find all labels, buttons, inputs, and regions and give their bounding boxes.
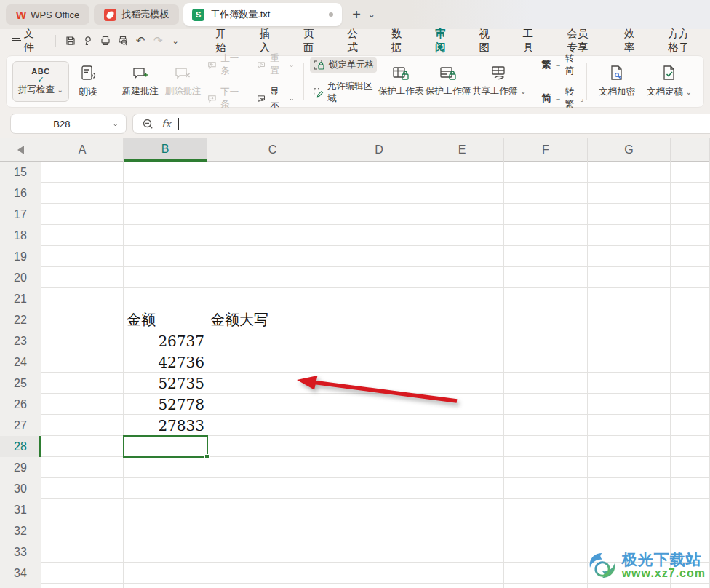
undo-button[interactable]: ↶: [133, 33, 148, 49]
menu-item-view[interactable]: 视图: [468, 23, 502, 58]
show-comment-button[interactable]: 显示⌄: [254, 84, 298, 112]
delete-comment-button[interactable]: 删除批注: [161, 60, 204, 103]
ribbon-group-comments: 新建批注 删除批注 上一条 下一条 重置⌄ 显示⌄: [113, 59, 303, 104]
show-label: 显示: [270, 86, 284, 111]
export-button[interactable]: [81, 33, 95, 49]
tab-label: WPS Office: [31, 9, 79, 20]
next-comment-label: 下一条: [220, 86, 244, 111]
spreadsheet-grid[interactable]: 极光下载站 www.xz7.com ABCDEFG151617181920212…: [0, 138, 710, 588]
ribbon-group-proofing: ABC ✓ 拼写检查 ⌄ 朗读: [7, 59, 113, 104]
previous-comment-button[interactable]: 上一条: [204, 51, 247, 79]
print-icon: [100, 35, 111, 47]
name-box-chevron-icon[interactable]: ⌄: [113, 121, 119, 127]
ribbon-toolbar: ABC ✓ 拼写检查 ⌄ 朗读 新建批注 删除批注 上一条 下一条: [6, 55, 704, 108]
export-icon: [82, 35, 94, 47]
formula-bar[interactable]: fx: [132, 114, 710, 134]
reset-comment-button[interactable]: 重置⌄: [254, 51, 298, 79]
protect-sheet-button[interactable]: 保护工作表: [378, 60, 424, 103]
print-preview-icon: [117, 35, 129, 47]
wps-logo-icon: W: [16, 9, 25, 21]
next-comment-icon: [207, 94, 218, 103]
share-workbook-button[interactable]: 共享工作簿 ⌄: [472, 60, 527, 103]
ribbon-group-convert: 繁→ 转简 简→ 转繁 ⌟: [532, 59, 586, 104]
document-finalize-button[interactable]: 文档定稿 ⌄: [641, 60, 698, 103]
traditional-char-icon: 繁: [541, 58, 551, 71]
document-finalize-label: 文档定稿: [647, 87, 683, 97]
spreadsheet-icon: S: [192, 9, 204, 21]
new-comment-icon: [132, 65, 149, 82]
name-box-value: B28: [11, 119, 113, 130]
document-finalize-icon: [661, 65, 677, 82]
group-expand-icon[interactable]: ⌟: [580, 95, 583, 103]
previous-comment-label: 上一条: [220, 52, 244, 77]
lock-cell-icon: [313, 60, 325, 71]
new-comment-button[interactable]: 新建批注: [119, 60, 161, 103]
spell-check-label: 拼写检查: [18, 84, 55, 95]
redo-icon: ↷: [153, 34, 163, 47]
ribbon-group-protect: 锁定单元格 允许编辑区域 保护工作表 保护工作簿 共享工作簿 ⌄: [304, 59, 532, 104]
redo-button[interactable]: ↷: [151, 33, 165, 49]
traditional-to-simplified-button[interactable]: 繁→ 转简: [538, 51, 581, 79]
tab-list-chevron-icon[interactable]: ⌄: [365, 9, 378, 20]
document-encrypt-icon: [609, 65, 625, 82]
menu-item-data[interactable]: 数据: [381, 23, 415, 58]
share-workbook-label: 共享工作簿: [472, 86, 518, 96]
red-annotation-arrow: [0, 138, 710, 588]
formula-text-cursor: [178, 118, 179, 130]
fx-icon[interactable]: fx: [161, 118, 171, 130]
protect-sheet-icon: [391, 65, 410, 82]
simplified-char-icon: 简: [541, 92, 551, 105]
delete-comment-icon: [174, 65, 191, 82]
delete-comment-label: 删除批注: [164, 85, 201, 98]
undo-icon: ↶: [136, 34, 145, 47]
tab-modified-dot-icon: [329, 12, 333, 17]
read-aloud-label: 朗读: [79, 86, 97, 98]
menu-item-page[interactable]: 页面: [293, 23, 327, 58]
file-menu-button[interactable]: 文件: [0, 27, 49, 55]
more-chevron-icon: ⌄: [172, 36, 179, 46]
tab-wps-home[interactable]: W WPS Office: [6, 4, 89, 25]
protect-workbook-label: 保护工作簿: [426, 85, 471, 98]
lock-cell-button[interactable]: 锁定单元格: [310, 57, 378, 73]
save-icon: [65, 35, 76, 47]
print-preview-button[interactable]: [116, 33, 130, 49]
read-aloud-button[interactable]: 朗读: [69, 60, 107, 103]
zoom-out-icon[interactable]: [142, 118, 154, 130]
hamburger-icon: [12, 38, 20, 44]
share-workbook-icon: [490, 65, 508, 82]
reset-label: 重置: [270, 52, 284, 77]
spell-check-button[interactable]: ABC ✓ 拼写检查 ⌄: [12, 61, 69, 102]
to-traditional-label: 转繁: [565, 86, 578, 111]
simplified-to-traditional-button[interactable]: 简→ 转繁: [538, 84, 581, 112]
allow-edit-range-button[interactable]: 允许编辑区域: [310, 79, 378, 106]
ribbon-group-document: 文档加密 文档定稿 ⌄: [587, 59, 703, 104]
to-simplified-label: 转简: [565, 52, 578, 77]
new-comment-label: 新建批注: [122, 85, 159, 98]
quick-access-more-button[interactable]: ⌄: [168, 33, 183, 49]
protect-workbook-icon: [439, 65, 458, 82]
check-icon: ✓: [37, 76, 44, 82]
show-icon: [257, 94, 266, 103]
menu-bar: 文件 ↶ ↷ ⌄ 开始插入页面公式数据审阅视图工具会员专享效率方方格子: [0, 29, 710, 52]
next-comment-button[interactable]: 下一条: [204, 84, 247, 112]
tab-docer-templates[interactable]: 找稻壳模板: [94, 4, 179, 25]
protect-workbook-button[interactable]: 保护工作簿: [424, 60, 472, 103]
menu-item-formula[interactable]: 公式: [337, 23, 370, 58]
new-tab-button[interactable]: +: [348, 7, 365, 23]
menu-item-fangfanggezi[interactable]: 方方格子: [658, 23, 705, 58]
spell-check-icon: ABC: [31, 68, 49, 75]
file-menu-label: 文件: [24, 27, 41, 55]
menu-item-review[interactable]: 审阅: [425, 23, 458, 58]
protect-sheet-label: 保护工作表: [378, 85, 424, 98]
previous-comment-icon: [207, 60, 218, 70]
lock-cell-label: 锁定单元格: [329, 59, 375, 71]
divider: [55, 35, 56, 47]
reset-icon: [257, 60, 266, 70]
menu-item-efficiency[interactable]: 效率: [614, 23, 647, 58]
tab-label: 找稻壳模板: [121, 8, 169, 21]
docer-leaf-icon: [104, 9, 116, 21]
name-box[interactable]: B28 ⌄: [10, 114, 127, 134]
document-encrypt-button[interactable]: 文档加密: [593, 60, 641, 103]
save-button[interactable]: [63, 33, 78, 49]
print-button[interactable]: [98, 33, 113, 49]
